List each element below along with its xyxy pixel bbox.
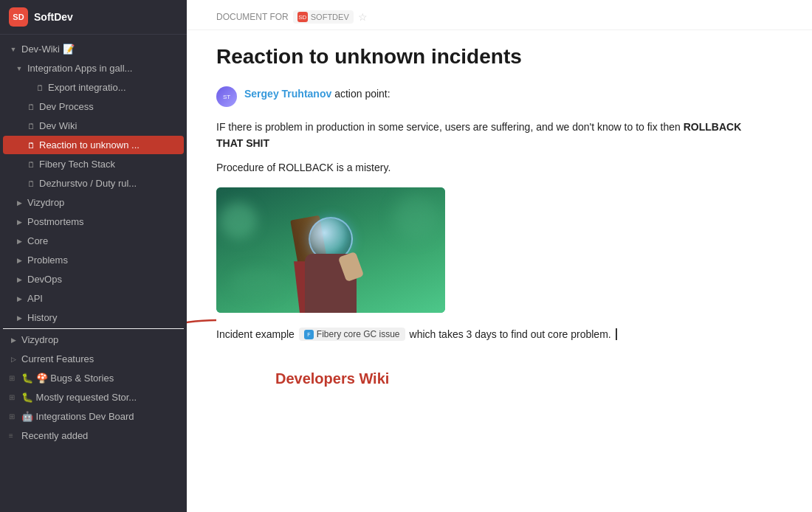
annotation-arrow: [187, 305, 231, 394]
chevron-icon: [9, 336, 18, 345]
main-content: DOCUMENT FOR SD SOFTDEV ☆ Reaction to un…: [187, 0, 812, 512]
developers-wiki-annotation: Developers Wiki: [275, 370, 748, 387]
sidebar-item-current-features[interactable]: ▷ Current Features: [3, 350, 184, 368]
incident-line: Incident example F Fibery core GC issue …: [216, 328, 748, 341]
sidebar-item-recently-added[interactable]: ≡ Recently added: [3, 426, 184, 445]
grid-icon: ⊞: [9, 374, 18, 382]
sidebar-item-api[interactable]: API: [3, 289, 184, 308]
sidebar-item-label: 🐛 🍄 Bugs & Stories: [21, 373, 178, 384]
sidebar-item-label: Current Features: [21, 353, 178, 364]
sidebar-item-problems[interactable]: Problems: [3, 251, 184, 269]
action-text: Sergey Truhtanov action point:: [244, 86, 390, 102]
page-icon: 🗒: [27, 179, 35, 188]
chevron-icon: [15, 64, 24, 73]
sidebar-item-label: 🐛 Mostly requested Stor...: [21, 392, 178, 403]
sidebar-item-label: Dezhurstvo / Duty rul...: [39, 178, 178, 189]
sidebar-item-label: Dev Process: [39, 101, 178, 112]
chevron-icon: [9, 45, 18, 54]
sidebar-item-core[interactable]: Core: [3, 232, 184, 250]
doc-title: Reaction to unknown incidents: [216, 45, 748, 69]
sidebar-item-label: Recently added: [21, 430, 178, 441]
sidebar-item-label: Fibery Tech Stack: [39, 159, 178, 170]
chevron-icon: [15, 237, 24, 246]
sidebar-item-dev-process[interactable]: 🗒 Dev Process: [3, 97, 184, 116]
action-label: action point:: [334, 88, 390, 100]
sidebar-item-label: API: [27, 293, 178, 304]
chevron-icon: [15, 218, 24, 226]
sidebar-item-fibery-tech[interactable]: 🗒 Fibery Tech Stack: [3, 155, 184, 173]
grid-icon: ⊞: [9, 412, 18, 421]
sidebar-item-dev-wiki[interactable]: Dev-Wiki 📝: [3, 40, 184, 58]
sidebar-item-label: Vizydrop: [27, 197, 178, 208]
sidebar-item-vizydrop[interactable]: Vizydrop: [3, 193, 184, 212]
sidebar-item-mostly-requested[interactable]: ⊞ 🐛 Mostly requested Stor...: [3, 388, 184, 407]
image-art: [216, 187, 445, 313]
doc-content-area: Reaction to unknown incidents ST Sergey …: [187, 30, 777, 417]
author-name: Sergey Truhtanov: [244, 88, 331, 100]
sidebar-item-label: Vizydrop: [21, 334, 178, 345]
sidebar-item-label: DevOps: [27, 274, 178, 285]
sidebar-header: SD SoftDev: [0, 0, 187, 35]
annotation-container: Incident example F Fibery core GC issue …: [216, 328, 748, 387]
sidebar-item-integrations-dev[interactable]: ⊞ 🤖 Integrations Dev Board: [3, 407, 184, 426]
sidebar-item-label: Dev Wiki: [39, 120, 178, 131]
sidebar-item-devops[interactable]: DevOps: [3, 270, 184, 288]
sidebar-item-label: Core: [27, 235, 178, 246]
chevron-icon: [15, 294, 24, 303]
cursor: [616, 328, 617, 340]
sidebar-item-export-integ[interactable]: 🗒 Export integratio...: [3, 78, 184, 97]
action-block: ST Sergey Truhtanov action point:: [216, 86, 748, 107]
sidebar-item-postmortems[interactable]: Postmortems: [3, 212, 184, 231]
chevron-icon: [15, 256, 24, 265]
bold-text: ROLLBACK THAT SHIT: [216, 121, 741, 149]
star-icon[interactable]: ☆: [358, 11, 368, 23]
sidebar-item-integration-apps[interactable]: Integration Apps in gall...: [3, 59, 184, 77]
sidebar-item-history[interactable]: History: [3, 308, 184, 327]
doc-header: DOCUMENT FOR SD SOFTDEV ☆: [187, 0, 812, 30]
chevron-icon: ▷: [9, 355, 18, 364]
sidebar-item-dezhurstvo[interactable]: 🗒 Dezhurstvo / Duty rul...: [3, 174, 184, 193]
sidebar: SD SoftDev Dev-Wiki 📝 Integration Apps i…: [0, 0, 187, 512]
sidebar-item-reaction-unknown[interactable]: 🗒 Reaction to unknown ...: [3, 136, 184, 154]
page-icon: 🗒: [36, 83, 44, 92]
app-icon: SD: [9, 7, 28, 27]
grid-icon: ⊞: [9, 393, 18, 401]
chevron-icon: [15, 275, 24, 284]
sidebar-item-label: Export integratio...: [48, 82, 178, 93]
org-name: SOFTDEV: [311, 13, 349, 21]
chevron-icon: [15, 198, 24, 207]
sidebar-item-vizydrop2[interactable]: Vizydrop: [3, 331, 184, 349]
incident-suffix: which takes 3 days to find out core prob…: [410, 328, 611, 340]
page-icon: 🗒: [27, 103, 35, 111]
sidebar-item-label: Reaction to unknown ...: [39, 139, 178, 151]
incident-prefix: Incident example: [216, 328, 295, 340]
sidebar-item-label: Integration Apps in gall...: [27, 63, 178, 74]
fibery-icon: F: [304, 330, 314, 339]
sidebar-item-bugs-stories[interactable]: ⊞ 🐛 🍄 Bugs & Stories: [3, 369, 184, 387]
divider: [3, 328, 184, 329]
paragraph-2: Procedure of ROLLBACK is a mistery.: [216, 159, 748, 176]
page-icon: 🗒: [27, 160, 35, 169]
paragraph-1: IF there is problem in production in som…: [216, 119, 748, 152]
sidebar-item-dev-wiki-item[interactable]: 🗒 Dev Wiki: [3, 117, 184, 135]
sidebar-item-label: Postmortems: [27, 216, 178, 227]
doc-image: [216, 187, 445, 313]
org-badge: SD SOFTDEV: [293, 10, 354, 24]
app-name: SoftDev: [34, 11, 73, 23]
avatar: ST: [216, 86, 237, 107]
fibery-badge-label: Fibery core GC issue: [317, 329, 400, 339]
sidebar-item-label: Problems: [27, 255, 178, 266]
fibery-badge: F Fibery core GC issue: [299, 328, 405, 341]
page-icon: 🗒: [27, 122, 35, 131]
breadcrumb-label: DOCUMENT FOR: [216, 12, 289, 22]
chevron-icon: [15, 314, 24, 322]
sidebar-item-label: History: [27, 312, 178, 323]
sidebar-item-label: 🤖 Integrations Dev Board: [21, 411, 178, 422]
org-badge-icon: SD: [297, 12, 308, 22]
page-icon: 🗒: [27, 141, 35, 150]
list-icon: ≡: [9, 432, 18, 440]
sidebar-item-label: Dev-Wiki 📝: [21, 44, 178, 55]
